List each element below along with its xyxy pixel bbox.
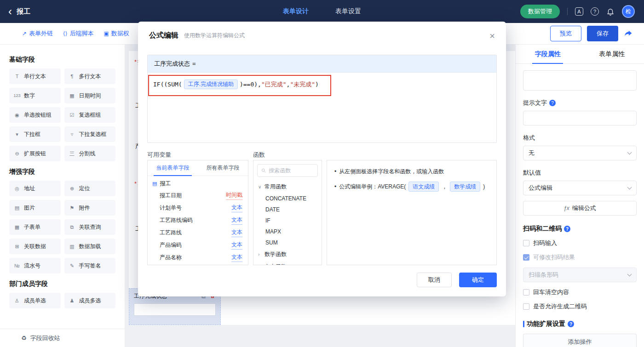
sidebar-item-multi-line-text[interactable]: ¶多行文本 <box>64 68 116 84</box>
translate-icon[interactable]: A <box>575 7 583 16</box>
sidebar-item-linked-data[interactable]: ⊞关联数据 <box>9 239 61 254</box>
checkbox-row-modify-result: 可修改扫码结果 <box>523 253 637 262</box>
share-icon[interactable] <box>624 29 633 38</box>
sidebar-item-location[interactable]: ⊕定位 <box>64 181 116 196</box>
add-action-button[interactable]: 添加操作 <box>523 334 637 347</box>
number-icon: 123 <box>13 93 21 98</box>
tab-form-properties[interactable]: 表单属性 <box>580 45 644 63</box>
tab-form-design[interactable]: 表单设计 <box>283 7 309 16</box>
format-label: 格式 <box>523 134 637 142</box>
help-icon[interactable]: ? <box>564 226 570 232</box>
sidebar-item-attachment[interactable]: ⚑附件 <box>64 200 116 216</box>
preview-button[interactable]: 预览 <box>550 26 581 41</box>
field-chip[interactable]: 工序.完成情况辅助 <box>184 80 238 89</box>
help-icon[interactable]: ? <box>568 321 574 327</box>
enter-clear-checkbox[interactable] <box>523 289 529 296</box>
sidebar-item-image[interactable]: ▤图片 <box>9 200 61 216</box>
sidebar-item-extend-button[interactable]: ⊖扩展按钮 <box>9 146 61 161</box>
sidebar-item-number[interactable]: 123数字 <box>9 88 61 103</box>
tab-form-settings[interactable]: 表单设置 <box>335 7 361 16</box>
allow-qrcode-checkbox[interactable] <box>523 303 529 310</box>
scan-input-checkbox[interactable] <box>523 240 529 246</box>
form-external-link-button[interactable]: ↗ 表单外链 <box>22 29 53 38</box>
notification-bell-icon[interactable] <box>606 7 615 16</box>
field-recycle-bin[interactable]: ♻ 字段回收站 <box>0 329 125 347</box>
checkbox-row-scan-input[interactable]: 扫码输入 <box>523 239 637 247</box>
sidebar-item-signature[interactable]: ✎手写签名 <box>64 258 116 273</box>
avatar[interactable]: 检 <box>622 5 635 18</box>
tab-all-form-fields[interactable]: 所有表单字段 <box>198 160 248 176</box>
sidebar-item-checkbox-group[interactable]: ☑复选框组 <box>64 107 116 123</box>
tab-field-properties[interactable]: 字段属性 <box>516 45 580 63</box>
save-button[interactable]: 保存 <box>587 26 618 41</box>
sidebar-item-data-load[interactable]: ▥数据加载 <box>64 239 116 254</box>
variable-name: 产品编码 <box>160 241 182 249</box>
checkbox-row-allow-qrcode[interactable]: 是否允许生成二维码 <box>523 302 637 311</box>
tab-current-form-fields[interactable]: 当前表单字段 <box>148 160 198 176</box>
function-group-common[interactable]: ∨ 常用函数 <box>253 181 322 193</box>
formula-input-area[interactable]: IF((SUM(工序.完成情况辅助)==0),"已完成","未完成") <box>148 73 496 96</box>
data-permission-button[interactable]: ▣ 数据权 <box>104 29 129 38</box>
address-icon: ◎ <box>13 186 21 192</box>
sidebar-item-member-single[interactable]: ♙成员单选 <box>9 293 61 308</box>
default-value-select[interactable]: 公式编辑 <box>523 181 637 195</box>
sidebar-item-dropdown-multi[interactable]: ▿下拉复选框 <box>64 126 116 142</box>
field-item-label: 关联查询 <box>79 223 101 231</box>
format-select[interactable]: 无 <box>523 146 637 160</box>
function-search[interactable] <box>257 164 318 177</box>
back-icon[interactable]: ‹ <box>8 6 12 17</box>
sidebar-item-dropdown[interactable]: ▾下拉框 <box>9 126 61 142</box>
function-group-math[interactable]: › 数学函数 <box>253 248 322 261</box>
chevron-down-icon <box>627 150 632 155</box>
scan-barcode-select: 扫描条形码 <box>523 267 637 282</box>
close-icon[interactable]: × <box>489 31 495 40</box>
form-tree-root[interactable]: ▤ 报工 <box>148 176 248 189</box>
data-manage-button[interactable]: 数据管理 <box>520 5 560 18</box>
sidebar-item-radio-group[interactable]: ◉单选按钮组 <box>9 107 61 123</box>
divider-icon: 三 <box>68 150 76 157</box>
variable-item[interactable]: 产品名称文本 <box>148 251 248 264</box>
function-item[interactable]: IF <box>253 215 322 226</box>
cancel-button[interactable]: 取消 <box>417 273 452 287</box>
backend-script-button[interactable]: ⟨⟩ 后端脚本 <box>63 29 93 38</box>
help-icon[interactable]: ? <box>591 7 599 16</box>
sidebar-item-address[interactable]: ◎地址 <box>9 181 61 196</box>
sidebar-item-single-line-text[interactable]: T单行文本 <box>9 68 61 84</box>
checkbox-row-enter-clear[interactable]: 回车清空内容 <box>523 288 637 296</box>
hint-text-input[interactable] <box>523 111 637 125</box>
confirm-button[interactable]: 确定 <box>459 273 497 287</box>
variable-item[interactable]: 工艺路线文本 <box>148 227 248 239</box>
function-item[interactable]: SUM <box>253 237 322 248</box>
field-item-label: 多行文本 <box>79 73 101 80</box>
variable-item[interactable]: 产品编码文本 <box>148 239 248 251</box>
topbar-left: ‹ 报工 <box>0 6 101 17</box>
function-group-text[interactable]: › 文本函数 <box>253 261 322 265</box>
field-title-input[interactable] <box>523 70 637 91</box>
variable-item[interactable]: 工艺路线编码文本 <box>148 214 248 227</box>
function-item[interactable]: DATE <box>253 204 322 215</box>
field-item-label: 分割线 <box>79 150 96 158</box>
sidebar-item-subform[interactable]: ▦子表单 <box>9 219 61 235</box>
help-icon[interactable]: ? <box>549 100 556 106</box>
link-icon: ↗ <box>22 30 27 37</box>
label-text: 默认值 <box>523 169 541 177</box>
sidebar-item-divider[interactable]: 三分割线 <box>64 146 116 161</box>
required-asterisk: * <box>134 180 137 187</box>
default-value-label: 默认值 <box>523 169 637 177</box>
function-search-input[interactable] <box>269 167 314 174</box>
formula-string: "未完成" <box>290 80 315 89</box>
sidebar-item-serial-number[interactable]: №流水号 <box>9 258 61 273</box>
sidebar-item-date-time[interactable]: ▦日期时间 <box>64 88 116 103</box>
variable-item[interactable]: 报工日期时间戳 <box>148 189 248 202</box>
function-item[interactable]: CONCATENATE <box>253 193 322 204</box>
variable-item[interactable]: 计划单号文本 <box>148 202 248 214</box>
sidebar-item-member-multi[interactable]: ♟成员多选 <box>64 293 116 308</box>
function-item[interactable]: MAPX <box>253 226 322 237</box>
checkbox-label: 扫码输入 <box>533 239 557 247</box>
sidebar-item-linked-query[interactable]: ⧉关联查询 <box>64 219 116 235</box>
field-item-label: 成员单选 <box>24 297 46 305</box>
functions-panel: ∨ 常用函数 CONCATENATE DATE IF MAPX SUM › 数学… <box>253 160 322 265</box>
subform-icon: ▦ <box>13 224 21 230</box>
scan-qrcode-section-title: 扫码和二维码 ? <box>523 225 637 233</box>
edit-formula-button[interactable]: ƒx 编辑公式 <box>523 201 637 216</box>
